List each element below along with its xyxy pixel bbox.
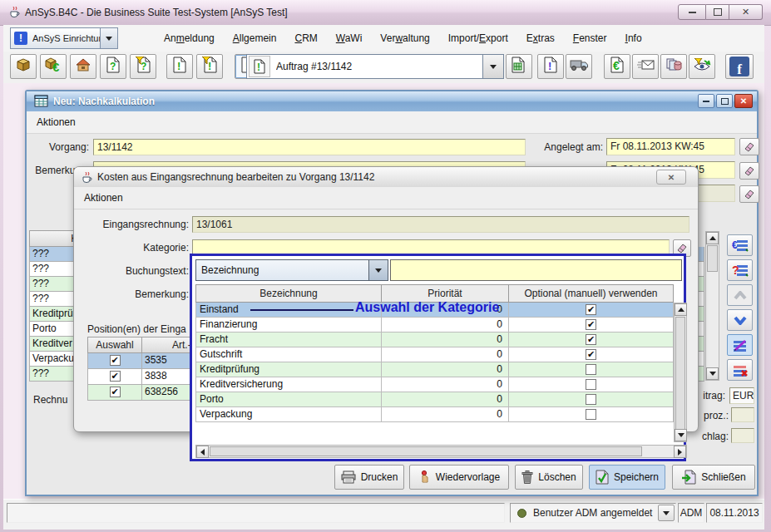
edit-list-button[interactable] <box>727 334 753 356</box>
truck-button[interactable] <box>566 54 592 79</box>
row-checkbox[interactable] <box>110 387 121 397</box>
schlag-field[interactable] <box>731 428 754 443</box>
optional-checkbox[interactable] <box>586 394 596 405</box>
popup-vertical-scrollbar[interactable] <box>674 303 687 442</box>
optional-checkbox[interactable] <box>586 349 596 360</box>
drucken-button[interactable]: Drucken <box>334 465 404 490</box>
optional-checkbox[interactable] <box>586 334 596 345</box>
menu-crm[interactable]: CRM <box>285 25 326 52</box>
buchungstext-combo-dropdown[interactable] <box>368 260 388 280</box>
move-down-button[interactable] <box>727 309 753 331</box>
doc-table-button[interactable] <box>506 54 532 79</box>
cube-euro-button[interactable]: € <box>40 54 67 79</box>
kategorie-row-finanzierung[interactable]: Finanzierung0 <box>195 318 674 332</box>
clear-bearbeitet-button[interactable] <box>739 162 759 180</box>
popup-horizontal-scrollbar[interactable] <box>195 445 687 458</box>
table-vertical-scrollbar[interactable] <box>705 231 719 381</box>
menu-import-export[interactable]: Import/Export <box>439 25 517 52</box>
speichern-label: Speichern <box>614 471 659 483</box>
optional-column-header[interactable]: Optional (manuell) verwenden <box>508 284 674 303</box>
menu-verwaltung[interactable]: Verwaltung <box>371 25 438 52</box>
question-list-button[interactable]: ? <box>727 259 753 281</box>
kategorie-row-porto[interactable]: Porto0 <box>195 392 674 407</box>
buchungstext-field[interactable] <box>390 259 682 281</box>
close-icon[interactable]: ✕ <box>729 4 763 20</box>
optional-checkbox[interactable] <box>586 409 596 420</box>
auswahl-column-header[interactable]: Auswahl <box>87 337 142 353</box>
currency-field: EUR <box>729 387 754 404</box>
close-icon[interactable]: ✕ <box>656 170 686 185</box>
scrollbar-thumb[interactable] <box>675 317 685 430</box>
menu-allgemein[interactable]: Allgemein <box>224 25 286 52</box>
menu-wawi[interactable]: WaWi <box>327 25 372 52</box>
kosten-dialog-titlebar: Kosten aus Eingangsrechnung bearbeiten z… <box>74 167 698 188</box>
maximize-icon[interactable] <box>716 94 733 108</box>
copy-database-button[interactable] <box>660 54 687 79</box>
kategorie-row-verpackung[interactable]: Verpackung0 <box>195 407 674 422</box>
position-row-checkbox-cell[interactable] <box>87 369 142 385</box>
wiedervorlage-button[interactable]: Wiedervorlage <box>409 465 509 490</box>
scroll-down-icon[interactable] <box>706 367 719 380</box>
scroll-left-icon[interactable] <box>196 446 209 458</box>
doc-exclamation-button[interactable]: ! <box>166 54 193 79</box>
optional-checkbox[interactable] <box>586 379 596 390</box>
profile-selector[interactable]: ! AnSyS Einrichtung <box>10 27 118 49</box>
speichern-button[interactable]: Speichern <box>589 465 665 490</box>
move-up-button[interactable] <box>727 284 753 306</box>
clear-date-button[interactable] <box>739 185 759 203</box>
minimize-icon[interactable] <box>678 4 706 20</box>
doc-question-button[interactable]: ? <box>100 54 126 79</box>
context-combo[interactable]: ! Auftrag #13/1142 <box>246 54 504 79</box>
row-checkbox[interactable] <box>110 355 121 366</box>
kosten-dialog-menubar: Aktionen <box>74 187 698 209</box>
loeschen-button[interactable]: Löschen <box>515 465 583 490</box>
scroll-up-icon[interactable] <box>675 303 687 316</box>
doc-question-filter-button[interactable]: ? <box>130 54 156 79</box>
prozent-field[interactable] <box>731 407 754 422</box>
menu-aktionen[interactable]: Aktionen <box>37 111 76 133</box>
angelegt-am-field[interactable]: Fr 08.11.2013 KW:45 <box>606 138 735 155</box>
bezeichnung-column-header[interactable]: Bezeichnung <box>195 284 382 303</box>
cube-button[interactable] <box>10 54 37 79</box>
optional-checkbox[interactable] <box>586 319 596 330</box>
minimize-icon[interactable] <box>698 94 714 108</box>
scroll-down-icon[interactable] <box>675 429 687 441</box>
optional-checkbox[interactable] <box>586 304 596 315</box>
doc-euro-button[interactable]: € <box>604 54 630 79</box>
doc-exclamation-filter-button[interactable]: ! <box>196 54 223 79</box>
menu-anmeldung[interactable]: Anmeldung <box>155 25 224 52</box>
doc-exclamation-blue-button[interactable]: ! <box>537 54 564 79</box>
position-row-checkbox-cell[interactable] <box>87 385 142 401</box>
kategorie-row-fracht[interactable]: Fracht0 <box>195 332 674 347</box>
profile-dropdown-button[interactable] <box>100 28 117 48</box>
kategorie-row-gutschrift[interactable]: Gutschrift0 <box>195 347 674 362</box>
close-icon[interactable]: ✕ <box>734 94 753 108</box>
maximize-icon[interactable] <box>706 4 729 20</box>
scroll-up-icon[interactable] <box>706 232 719 244</box>
kategorie-row-kreditversicherung[interactable]: Kreditversicherung0 <box>195 377 674 392</box>
euro-list-button[interactable]: € <box>727 234 753 256</box>
clear-angelegt-button[interactable] <box>739 138 759 155</box>
home-button[interactable] <box>70 54 96 79</box>
main-menu: Anmeldung Allgemein CRM WaWi Verwaltung … <box>155 25 651 52</box>
optional-checkbox[interactable] <box>586 364 596 375</box>
menu-fenster[interactable]: Fenster <box>564 25 616 52</box>
scrollbar-thumb[interactable] <box>210 446 642 456</box>
kategorie-row-kreditpruefung[interactable]: Kreditprüfung0 <box>195 362 674 377</box>
row-checkbox[interactable] <box>110 371 121 382</box>
delete-list-button[interactable] <box>727 359 753 381</box>
context-combo-dropdown[interactable] <box>482 55 503 78</box>
scroll-right-icon[interactable] <box>674 446 686 458</box>
facebook-button[interactable]: f <box>725 54 754 79</box>
scrollbar-thumb[interactable] <box>707 245 718 272</box>
user-status-dropdown[interactable] <box>658 505 675 521</box>
menu-info[interactable]: Info <box>616 25 651 52</box>
send-mail-button[interactable] <box>632 54 659 79</box>
schliessen-button[interactable]: Schließen <box>672 465 755 490</box>
vorgang-field[interactable]: 13/1142 <box>93 139 526 155</box>
menu-extras[interactable]: Extras <box>517 25 564 52</box>
position-row-checkbox-cell[interactable] <box>87 353 142 369</box>
view-filter-button[interactable] <box>689 54 715 79</box>
buchungstext-combo[interactable]: Bezeichnung <box>195 259 388 281</box>
menu-aktionen[interactable]: Aktionen <box>84 187 123 209</box>
